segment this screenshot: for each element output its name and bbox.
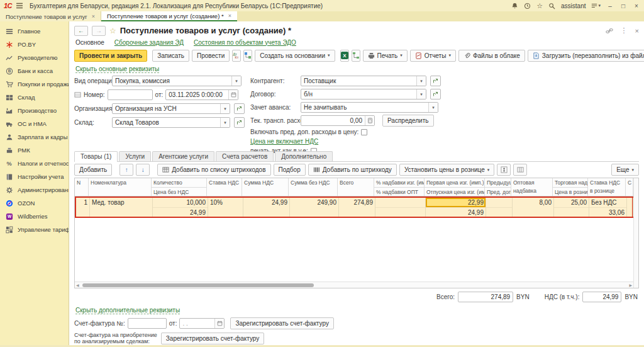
sidebar-item-poby[interactable]: PO.BY: [0, 38, 69, 51]
nav-edo-states[interactable]: Состояния по объектам учета ЭДО: [194, 39, 296, 46]
nav-main[interactable]: Основное: [75, 39, 104, 46]
cell-quantity-price[interactable]: 10,00024,99: [153, 198, 208, 217]
distribute-button[interactable]: Распределить: [382, 115, 434, 127]
invoice-date-input[interactable]: . .: [179, 318, 225, 329]
sidebar-item-rmk[interactable]: РМК: [0, 144, 69, 157]
advance-select[interactable]: Не зачитывать ▾: [301, 102, 438, 113]
cell-markup-imp[interactable]: [375, 198, 426, 217]
dropdown-icon[interactable]: ▾: [220, 118, 230, 127]
sidebar-item-bank-cash[interactable]: BБанк и касса: [0, 64, 69, 77]
favorite-star-icon[interactable]: ☆: [109, 26, 116, 35]
document-structure-button[interactable]: [243, 50, 252, 62]
restore-button[interactable]: □: [619, 3, 627, 9]
columns-settings-button[interactable]: [513, 164, 527, 176]
tab-agent-services[interactable]: Агентские услуги: [152, 151, 214, 161]
post-button[interactable]: Провести: [192, 50, 230, 62]
contract-select[interactable]: б/н ▾: [301, 89, 426, 100]
col-total[interactable]: Всего: [338, 178, 374, 196]
sidebar-item-wildberries[interactable]: WWildberries: [0, 210, 69, 223]
move-up-button[interactable]: ↑: [119, 164, 133, 176]
dropdown-icon[interactable]: ▾: [416, 76, 426, 86]
dt-kt-button[interactable]: ДтКт: [232, 50, 241, 62]
col-retail-vat[interactable]: Ставка НДС в рознице: [588, 178, 626, 196]
cell-trade-markup[interactable]: 25,00: [554, 198, 589, 217]
dropdown-icon[interactable]: ▾: [231, 76, 241, 86]
cell-vat-sum[interactable]: 24,99: [243, 198, 290, 217]
history-icon[interactable]: [524, 3, 531, 9]
col-first-price[interactable]: Первая цена изг. (имп.)Отпускная цена из…: [425, 178, 485, 196]
col-nomenclature[interactable]: Номенклатура: [89, 178, 152, 196]
calendar-icon[interactable]: [214, 319, 224, 328]
cell-cut[interactable]: [627, 198, 633, 217]
forward-button[interactable]: →: [92, 26, 106, 36]
col-cut[interactable]: С: [626, 178, 633, 196]
col-wholesale-markup[interactable]: Оптовая надбавка поставщика: [511, 178, 553, 196]
tab-close-icon[interactable]: ×: [92, 13, 95, 20]
grid-more-button[interactable]: Еще▾: [611, 164, 639, 176]
add-row-button[interactable]: Добавить: [74, 164, 112, 176]
minimize-button[interactable]: –: [606, 3, 614, 9]
hierarchy-button[interactable]: [352, 50, 360, 62]
print-button[interactable]: Печать▾: [363, 50, 408, 62]
nav-assembly-tasks[interactable]: Сборочные задания ЭД: [114, 39, 184, 46]
tab-receipt-new[interactable]: Поступление товаров и услуг (создание) *…: [101, 11, 237, 21]
horizontal-scrollbar[interactable]: ◀ ▶: [75, 282, 633, 288]
close-button[interactable]: ×: [633, 3, 640, 9]
col-vat-rate[interactable]: Ставка НДС: [207, 178, 242, 196]
back-button[interactable]: ←: [74, 26, 88, 36]
dropdown-icon[interactable]: ▾: [220, 104, 230, 113]
tab-receipt-list[interactable]: Поступление товаров и услуг ×: [0, 11, 101, 21]
get-link-icon[interactable]: [606, 27, 613, 35]
dropdown-icon[interactable]: ▾: [428, 103, 438, 112]
organization-select[interactable]: Организация на УСН ▾: [112, 103, 230, 114]
open-counterparty-button[interactable]: [430, 76, 441, 86]
scrollbar-thumb[interactable]: [82, 283, 314, 287]
cloud-files-button[interactable]: Файлы в облаке: [458, 50, 525, 62]
sidebar-item-ozon[interactable]: OZON: [0, 196, 69, 210]
table-row[interactable]: 1 Мед. товар 10,00024,99 10% 24,99 249,9…: [75, 196, 633, 218]
invoice-number-input[interactable]: [128, 318, 167, 329]
scroll-right-icon[interactable]: ▶: [629, 283, 632, 287]
col-markup-imp[interactable]: % надбавки изг. (имп.)% надбавки ОПТ: [374, 178, 425, 196]
notifications-icon[interactable]: [511, 3, 518, 9]
cell-wholesale-markup[interactable]: 8,00: [513, 198, 554, 217]
sidebar-item-purchases-sales[interactable]: Покупки и продажи: [0, 77, 69, 91]
favorites-icon[interactable]: ☆: [536, 3, 543, 9]
open-organization-button[interactable]: [234, 103, 245, 114]
cell-nomenclature[interactable]: Мед. товар: [90, 198, 153, 217]
sidebar-item-main[interactable]: Главное: [0, 25, 69, 38]
sidebar-item-salary-hr[interactable]: Зарплата и кадры: [0, 130, 69, 144]
tab-services[interactable]: Услуги: [119, 151, 151, 161]
create-based-on-button[interactable]: Создать на основании▾: [255, 50, 335, 62]
sidebar-item-taxes-reports[interactable]: %Налоги и отчетность: [0, 157, 69, 170]
include-expenses-checkbox[interactable]: [361, 129, 367, 135]
set-retail-prices-button[interactable]: Установить цены в рознице▾: [399, 164, 494, 176]
vertical-scrollbar[interactable]: [633, 178, 638, 288]
sidebar-item-accounting-settings[interactable]: Настройки учета: [0, 170, 69, 183]
excel-export-button[interactable]: X: [340, 50, 349, 62]
add-by-barcode-button[interactable]: Добавить по штрихкоду: [308, 164, 397, 176]
open-contract-button[interactable]: [430, 89, 441, 100]
cell-total[interactable]: 274,89: [339, 198, 375, 217]
counterparty-select[interactable]: Поставщик ▾: [301, 76, 426, 86]
sidebar-item-administration[interactable]: Администрирование: [0, 183, 69, 196]
calculator-icon[interactable]: [365, 116, 374, 125]
transport-costs-input[interactable]: 0,00: [301, 115, 375, 126]
write-button[interactable]: Записать: [152, 50, 189, 62]
current-user[interactable]: assistant: [561, 3, 586, 9]
post-and-close-button[interactable]: Провести и закрыть: [74, 50, 147, 62]
sidebar-item-warehouse[interactable]: Склад: [0, 91, 69, 104]
col-previous[interactable]: Предыдущ...Пред. доп. ...: [485, 178, 511, 196]
price-vat-link[interactable]: Цена не включает НДС: [250, 138, 318, 145]
col-n[interactable]: N: [75, 178, 89, 196]
dropdown-icon[interactable]: ▾: [416, 89, 426, 99]
sidebar-item-production[interactable]: Производство: [0, 104, 69, 117]
tab-settlement-accounts[interactable]: Счета расчетов: [216, 151, 274, 161]
scroll-left-icon[interactable]: ◀: [76, 283, 79, 287]
load-from-file-button[interactable]: Загрузить (перезаполнить) из файла: [528, 50, 644, 62]
col-sum-no-vat[interactable]: Сумма без НДС: [289, 178, 338, 196]
operation-select[interactable]: Покупка, комиссия ▾: [112, 76, 242, 86]
tab-additional[interactable]: Дополнительно: [275, 151, 333, 161]
search-icon[interactable]: [548, 3, 555, 9]
main-menu-icon[interactable]: [16, 2, 23, 9]
